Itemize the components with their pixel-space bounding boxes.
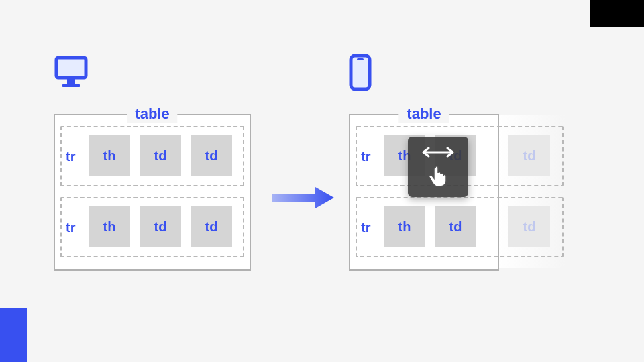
th-cell: th [89,135,130,176]
tr-label: tr [361,149,370,164]
smartphone-icon [349,54,372,91]
tr-label: tr [66,149,75,164]
svg-rect-4 [357,58,364,60]
th-cell: th [89,206,130,247]
table-row: tr th td td [60,197,244,257]
td-cell: td [435,206,476,247]
tr-label: tr [361,220,370,235]
table-label: table [127,105,177,123]
th-cell: th [384,206,425,247]
overflow-column: td td [498,115,565,268]
td-cell: td [140,206,181,247]
pointer-hand-icon [425,162,451,189]
tr-label: tr [66,220,75,235]
table-row-overflow: td [496,126,564,186]
svg-rect-0 [56,58,86,78]
table-row: tr th td [356,197,502,257]
svg-rect-3 [351,56,370,89]
svg-rect-1 [67,79,75,84]
td-cell-overflow: td [508,135,550,176]
desktop-table-box: table tr th td td tr th td td [54,114,251,271]
table-row: tr th td td [60,126,244,186]
right-arrow-icon [268,184,335,211]
td-cell: td [191,206,232,247]
table-row-overflow: td [496,197,564,257]
td-cell: td [191,135,232,176]
swipe-horizontal-icon [408,137,468,197]
td-cell-overflow: td [508,206,550,247]
desktop-icon [54,54,91,91]
table-label: table [398,105,449,123]
svg-rect-2 [62,84,80,87]
accent-top-right [590,0,644,27]
accent-bottom-left [0,308,27,362]
diagram-stage: table tr th td td tr th td td [54,54,590,308]
td-cell: td [140,135,181,176]
